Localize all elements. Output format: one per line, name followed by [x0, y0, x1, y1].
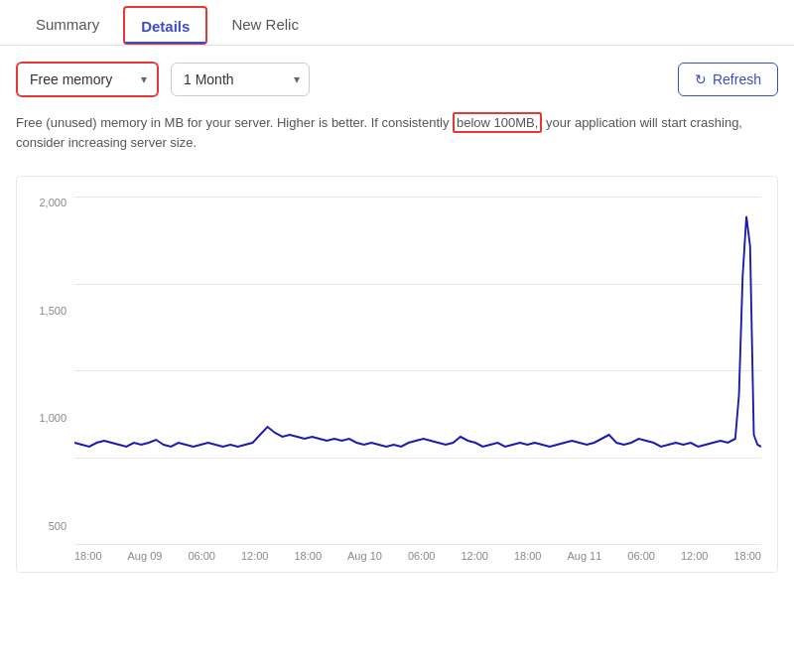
y-label-1500: 1,500 — [39, 305, 66, 317]
page-container: Summary Details New Relic Free memory CP… — [0, 0, 794, 672]
period-select[interactable]: 1 Hour 6 Hours 1 Day 1 Week 1 Month — [171, 63, 310, 96]
x-label-1200-1: 12:00 — [241, 550, 269, 562]
y-label-2000: 2,000 — [39, 197, 66, 208]
grid-line-bottom — [74, 544, 761, 545]
refresh-label: Refresh — [713, 71, 761, 87]
x-label-0600-1: 06:00 — [188, 550, 215, 562]
y-label-1000: 1,000 — [39, 412, 66, 424]
tab-summary[interactable]: Summary — [16, 0, 119, 45]
chart-line — [74, 216, 761, 447]
x-label-aug09: Aug 09 — [128, 550, 163, 562]
tab-newrelic[interactable]: New Relic — [211, 0, 319, 45]
tab-details[interactable]: Details — [123, 6, 207, 45]
y-axis: 2,000 1,500 1,000 500 — [27, 197, 74, 532]
metric-select-wrapper: Free memory CPU usage Disk I/O ▾ — [16, 62, 159, 97]
desc-before: Free (unused) memory in MB for your serv… — [16, 115, 453, 130]
x-label-1200-3: 12:00 — [681, 550, 709, 562]
period-select-wrapper: 1 Hour 6 Hours 1 Day 1 Week 1 Month ▾ — [171, 63, 310, 96]
desc-highlight: below 100MB, — [453, 112, 542, 133]
chart-plot — [74, 197, 761, 544]
refresh-icon: ↻ — [695, 71, 707, 87]
chart-inner: 2,000 1,500 1,000 500 — [27, 197, 761, 562]
x-label-1800-1: 18:00 — [74, 550, 102, 562]
x-label-0600-3: 06:00 — [627, 550, 655, 562]
tabs-bar: Summary Details New Relic — [0, 0, 794, 46]
chart-svg — [74, 197, 761, 544]
x-label-aug10: Aug 10 — [347, 550, 382, 562]
controls-row: Free memory CPU usage Disk I/O ▾ 1 Hour … — [0, 46, 794, 109]
x-label-1200-2: 12:00 — [461, 550, 488, 562]
x-label-1800-4: 18:00 — [733, 550, 761, 562]
x-label-1800-3: 18:00 — [514, 550, 542, 562]
metric-select[interactable]: Free memory CPU usage Disk I/O — [18, 64, 157, 95]
x-label-aug11: Aug 11 — [567, 550, 601, 562]
x-label-0600-2: 06:00 — [408, 550, 436, 562]
x-label-1800-2: 18:00 — [294, 550, 322, 562]
chart-container: 2,000 1,500 1,000 500 — [16, 176, 778, 573]
x-axis: 18:00 Aug 09 06:00 12:00 18:00 Aug 10 06… — [74, 544, 761, 562]
refresh-button[interactable]: ↻ Refresh — [678, 63, 778, 96]
description-text: Free (unused) memory in MB for your serv… — [0, 109, 794, 168]
y-label-500: 500 — [49, 520, 66, 532]
